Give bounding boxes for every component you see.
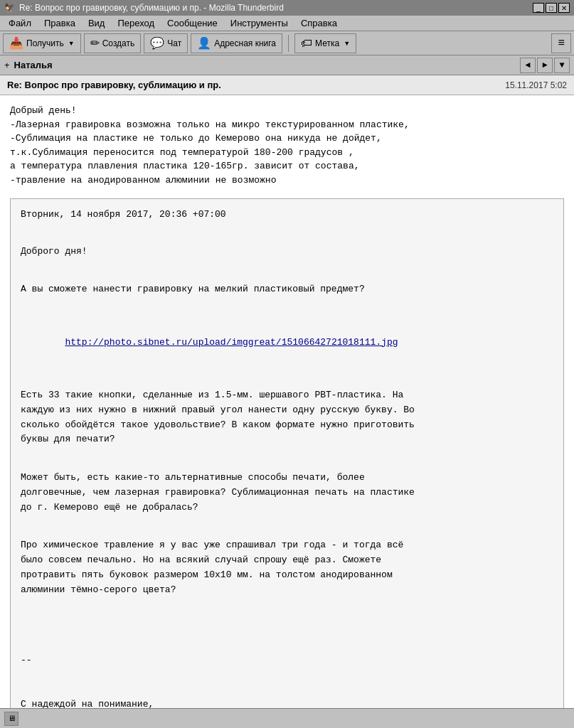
quoted-sig-dash-text: -- (21, 653, 553, 668)
app-icon: 🦅 (4, 3, 15, 13)
menu-view[interactable]: Вид (83, 16, 111, 30)
title-bar: 🦅 Re: Вопрос про гравировку, сублимацию … (0, 0, 574, 16)
title-bar-controls: _ □ ✕ (533, 3, 570, 13)
compose-icon: ✏ (90, 36, 100, 50)
get-dropdown-arrow: ▼ (68, 40, 75, 47)
quoted-para3: Про химическое травление я у вас уже спр… (21, 538, 553, 597)
email-content[interactable]: Добрый день! -Лазерная гравировка возмож… (0, 95, 574, 708)
contact-bar: + Наталья ◄ ► ▼ (0, 55, 574, 75)
menu-bar: Файл Правка Вид Переход Сообщение Инстру… (0, 16, 574, 31)
reply-text: Добрый день! -Лазерная гравировка возмож… (10, 104, 564, 187)
chat-label: Чат (167, 38, 181, 48)
address-label: Адресная книга (214, 38, 276, 48)
compose-label: Создать (102, 38, 135, 48)
quoted-link[interactable]: http://photo.sibnet.ru/upload/imggreat/1… (65, 337, 398, 348)
window-title: Re: Вопрос про гравировку, сублимацию и … (19, 3, 284, 13)
quoted-header: Вторник, 14 ноября 2017, 20:36 +07:00 (21, 208, 553, 223)
quoted-sig-line1: С надеждой на понимание, (21, 697, 553, 708)
tag-dropdown-arrow: ▼ (344, 40, 350, 47)
quoted-sig-dash: -- С надеждой на понимание, Евгений (21, 623, 553, 708)
nav-forward-button[interactable]: ► (537, 58, 553, 73)
get-icon: 📥 (9, 36, 23, 50)
main-layout: + Наталья ◄ ► ▼ Re: Вопрос про гравировк… (0, 55, 574, 728)
title-bar-left: 🦅 Re: Вопрос про гравировку, сублимацию … (4, 3, 284, 13)
nav-menu-button[interactable]: ▼ (554, 58, 570, 73)
menu-message[interactable]: Сообщение (161, 16, 223, 30)
quoted-block: Вторник, 14 ноября 2017, 20:36 +07:00 До… (10, 198, 564, 708)
nav-back-button[interactable]: ◄ (520, 58, 536, 73)
menu-navigate[interactable]: Переход (112, 16, 160, 30)
status-bar: 🖥 (0, 708, 574, 728)
contact-name: Наталья (14, 60, 53, 70)
menu-edit[interactable]: Правка (38, 16, 81, 30)
toolbar-separator (288, 35, 289, 52)
subject-text: Re: Вопрос про гравировку, сублимацию и … (7, 80, 221, 90)
menu-file[interactable]: Файл (3, 16, 37, 30)
chat-button[interactable]: 💬 Чат (144, 33, 188, 53)
subject-bar: Re: Вопрос про гравировку, сублимацию и … (0, 75, 574, 95)
status-icon: 🖥 (4, 712, 18, 726)
maximize-button[interactable]: □ (546, 3, 557, 13)
minimize-button[interactable]: _ (533, 3, 544, 13)
get-label: Получить (26, 38, 64, 48)
compose-button[interactable]: ✏ Создать (84, 33, 142, 53)
tag-label: Метка (315, 38, 339, 48)
contact-prefix: + (4, 60, 10, 70)
quoted-link-container: http://photo.sibnet.ru/upload/imggreat/1… (21, 321, 553, 365)
quoted-para2: Может быть, есть какие-то альтернативные… (21, 471, 553, 515)
close-button[interactable]: ✕ (558, 3, 570, 13)
subject-date: 15.11.2017 5:02 (505, 80, 567, 90)
get-button[interactable]: 📥 Получить ▼ (3, 33, 81, 53)
toolbar-right: ≡ (551, 33, 571, 53)
hamburger-button[interactable]: ≡ (551, 33, 571, 53)
nav-arrows: ◄ ► ▼ (520, 58, 570, 73)
tag-icon: 🏷 (301, 37, 312, 50)
address-button[interactable]: 👤 Адресная книга (191, 33, 282, 53)
quoted-greeting: Доброго дня! (21, 245, 553, 259)
menu-tools[interactable]: Инструменты (225, 16, 294, 30)
menu-help[interactable]: Справка (295, 16, 343, 30)
address-icon: 👤 (197, 36, 211, 50)
quoted-question: А вы сможете нанести гравировку на мелки… (21, 282, 553, 297)
chat-icon: 💬 (150, 36, 164, 50)
toolbar: 📥 Получить ▼ ✏ Создать 💬 Чат 👤 Адресная … (0, 31, 574, 55)
quoted-para1: Есть 33 такие кнопки, сделанные из 1.5-м… (21, 388, 553, 447)
tag-button[interactable]: 🏷 Метка ▼ (294, 33, 356, 53)
